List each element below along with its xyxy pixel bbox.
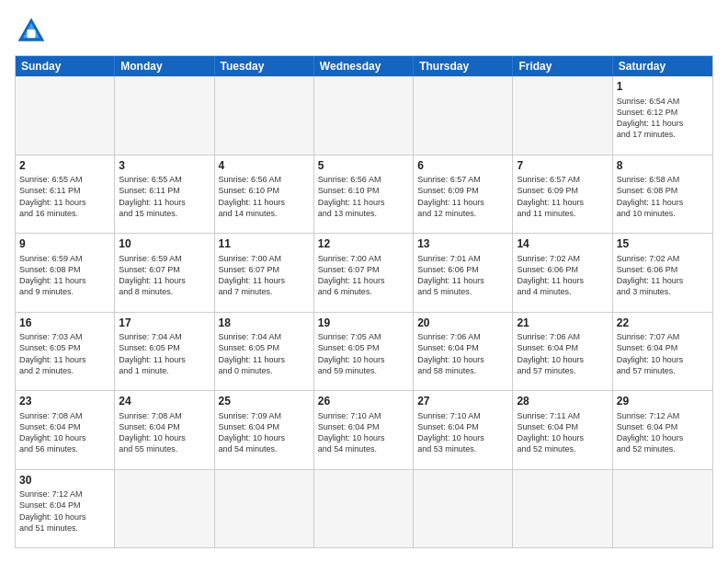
calendar-empty: [414, 470, 513, 548]
day-number: 28: [517, 394, 608, 409]
svg-rect-2: [28, 29, 36, 38]
calendar: SundayMondayTuesdayWednesdayThursdayFrid…: [15, 55, 713, 548]
day-number: 11: [219, 236, 310, 252]
day-number: 10: [119, 236, 210, 252]
calendar-day-23: 23Sunrise: 7:08 AM Sunset: 6:04 PM Dayli…: [16, 391, 115, 470]
day-header-friday: Friday: [513, 56, 612, 76]
day-info: Sunrise: 7:07 AM Sunset: 6:04 PM Dayligh…: [617, 331, 709, 376]
day-info: Sunrise: 7:02 AM Sunset: 6:06 PM Dayligh…: [617, 253, 709, 298]
calendar-day-25: 25Sunrise: 7:09 AM Sunset: 6:04 PM Dayli…: [215, 391, 314, 470]
calendar-day-22: 22Sunrise: 7:07 AM Sunset: 6:04 PM Dayli…: [613, 313, 712, 392]
calendar-day-2: 2Sunrise: 6:55 AM Sunset: 6:11 PM Daylig…: [16, 155, 115, 235]
calendar-day-20: 20Sunrise: 7:06 AM Sunset: 6:04 PM Dayli…: [414, 313, 513, 392]
calendar-empty: [414, 76, 513, 155]
day-number: 27: [417, 394, 508, 409]
day-info: Sunrise: 6:57 AM Sunset: 6:09 PM Dayligh…: [517, 174, 608, 219]
calendar-day-14: 14Sunrise: 7:02 AM Sunset: 6:06 PM Dayli…: [513, 234, 612, 313]
day-info: Sunrise: 6:55 AM Sunset: 6:11 PM Dayligh…: [119, 174, 210, 219]
day-info: Sunrise: 7:10 AM Sunset: 6:04 PM Dayligh…: [318, 410, 409, 455]
day-number: 26: [318, 394, 409, 409]
day-number: 13: [417, 236, 508, 252]
day-info: Sunrise: 6:59 AM Sunset: 6:08 PM Dayligh…: [19, 253, 110, 298]
day-number: 2: [19, 158, 110, 174]
calendar-day-6: 6Sunrise: 6:57 AM Sunset: 6:09 PM Daylig…: [414, 155, 513, 235]
day-info: Sunrise: 7:03 AM Sunset: 6:05 PM Dayligh…: [19, 331, 110, 376]
day-number: 18: [219, 316, 310, 331]
calendar-empty: [314, 76, 414, 155]
day-info: Sunrise: 7:01 AM Sunset: 6:06 PM Dayligh…: [417, 253, 508, 298]
calendar-day-17: 17Sunrise: 7:04 AM Sunset: 6:05 PM Dayli…: [115, 313, 214, 392]
calendar-day-15: 15Sunrise: 7:02 AM Sunset: 6:06 PM Dayli…: [613, 234, 712, 313]
day-number: 30: [19, 473, 110, 488]
calendar-grid: 1Sunrise: 6:54 AM Sunset: 6:12 PM Daylig…: [16, 76, 712, 547]
day-number: 8: [617, 158, 709, 174]
calendar-day-5: 5Sunrise: 6:56 AM Sunset: 6:10 PM Daylig…: [314, 155, 414, 235]
day-number: 25: [219, 394, 310, 409]
day-header-monday: Monday: [115, 56, 214, 76]
day-number: 14: [517, 236, 608, 252]
day-info: Sunrise: 7:06 AM Sunset: 6:04 PM Dayligh…: [517, 331, 608, 376]
calendar-day-28: 28Sunrise: 7:11 AM Sunset: 6:04 PM Dayli…: [513, 391, 612, 470]
day-number: 5: [318, 158, 409, 174]
day-number: 6: [417, 158, 508, 174]
calendar-day-13: 13Sunrise: 7:01 AM Sunset: 6:06 PM Dayli…: [414, 234, 513, 313]
day-info: Sunrise: 6:59 AM Sunset: 6:07 PM Dayligh…: [119, 253, 210, 298]
day-number: 7: [517, 158, 608, 174]
day-info: Sunrise: 7:05 AM Sunset: 6:05 PM Dayligh…: [318, 331, 409, 376]
calendar-day-30: 30Sunrise: 7:12 AM Sunset: 6:04 PM Dayli…: [16, 470, 115, 548]
calendar-day-3: 3Sunrise: 6:55 AM Sunset: 6:11 PM Daylig…: [115, 155, 214, 235]
day-info: Sunrise: 7:09 AM Sunset: 6:04 PM Dayligh…: [219, 410, 310, 455]
day-number: 12: [318, 236, 409, 252]
calendar-empty: [16, 76, 115, 155]
day-headers: SundayMondayTuesdayWednesdayThursdayFrid…: [16, 56, 712, 76]
day-info: Sunrise: 7:04 AM Sunset: 6:05 PM Dayligh…: [119, 331, 210, 376]
calendar-empty: [613, 470, 712, 548]
day-header-thursday: Thursday: [414, 56, 513, 76]
day-number: 22: [617, 316, 709, 331]
calendar-empty: [513, 470, 612, 548]
calendar-day-11: 11Sunrise: 7:00 AM Sunset: 6:07 PM Dayli…: [215, 234, 314, 313]
day-number: 20: [417, 316, 508, 331]
calendar-day-4: 4Sunrise: 6:56 AM Sunset: 6:10 PM Daylig…: [215, 155, 314, 235]
day-info: Sunrise: 6:57 AM Sunset: 6:09 PM Dayligh…: [417, 174, 508, 219]
calendar-day-18: 18Sunrise: 7:04 AM Sunset: 6:05 PM Dayli…: [215, 313, 314, 392]
calendar-empty: [314, 470, 414, 548]
day-info: Sunrise: 6:56 AM Sunset: 6:10 PM Dayligh…: [318, 174, 409, 219]
day-number: 15: [617, 236, 709, 252]
calendar-empty: [513, 76, 612, 155]
calendar-day-21: 21Sunrise: 7:06 AM Sunset: 6:04 PM Dayli…: [513, 313, 612, 392]
day-number: 19: [318, 316, 409, 331]
calendar-day-16: 16Sunrise: 7:03 AM Sunset: 6:05 PM Dayli…: [16, 313, 115, 392]
day-info: Sunrise: 7:04 AM Sunset: 6:05 PM Dayligh…: [219, 331, 310, 376]
day-info: Sunrise: 6:58 AM Sunset: 6:08 PM Dayligh…: [617, 174, 709, 219]
calendar-day-26: 26Sunrise: 7:10 AM Sunset: 6:04 PM Dayli…: [314, 391, 414, 470]
calendar-day-1: 1Sunrise: 6:54 AM Sunset: 6:12 PM Daylig…: [613, 76, 712, 155]
day-info: Sunrise: 6:56 AM Sunset: 6:10 PM Dayligh…: [219, 174, 310, 219]
calendar-empty: [115, 76, 214, 155]
calendar-day-27: 27Sunrise: 7:10 AM Sunset: 6:04 PM Dayli…: [414, 391, 513, 470]
day-number: 21: [517, 316, 608, 331]
calendar-day-24: 24Sunrise: 7:08 AM Sunset: 6:04 PM Dayli…: [115, 391, 214, 470]
day-number: 1: [617, 79, 709, 95]
calendar-day-12: 12Sunrise: 7:00 AM Sunset: 6:07 PM Dayli…: [314, 234, 414, 313]
calendar-day-29: 29Sunrise: 7:12 AM Sunset: 6:04 PM Dayli…: [613, 391, 712, 470]
logo-icon: [15, 15, 48, 48]
calendar-day-19: 19Sunrise: 7:05 AM Sunset: 6:05 PM Dayli…: [314, 313, 414, 392]
calendar-day-8: 8Sunrise: 6:58 AM Sunset: 6:08 PM Daylig…: [613, 155, 712, 235]
day-info: Sunrise: 7:00 AM Sunset: 6:07 PM Dayligh…: [318, 253, 409, 298]
day-number: 23: [19, 394, 110, 409]
day-header-tuesday: Tuesday: [215, 56, 314, 76]
header: [15, 15, 713, 48]
day-info: Sunrise: 7:12 AM Sunset: 6:04 PM Dayligh…: [19, 488, 110, 534]
day-info: Sunrise: 7:11 AM Sunset: 6:04 PM Dayligh…: [517, 410, 608, 455]
day-number: 16: [19, 316, 110, 331]
day-info: Sunrise: 7:00 AM Sunset: 6:07 PM Dayligh…: [219, 253, 310, 298]
day-info: Sunrise: 7:12 AM Sunset: 6:04 PM Dayligh…: [617, 410, 709, 455]
day-number: 9: [19, 236, 110, 252]
day-header-wednesday: Wednesday: [314, 56, 414, 76]
day-info: Sunrise: 7:10 AM Sunset: 6:04 PM Dayligh…: [417, 410, 508, 455]
day-number: 3: [119, 158, 210, 174]
calendar-day-9: 9Sunrise: 6:59 AM Sunset: 6:08 PM Daylig…: [16, 234, 115, 313]
logo: [15, 15, 51, 48]
day-info: Sunrise: 6:55 AM Sunset: 6:11 PM Dayligh…: [19, 174, 110, 219]
